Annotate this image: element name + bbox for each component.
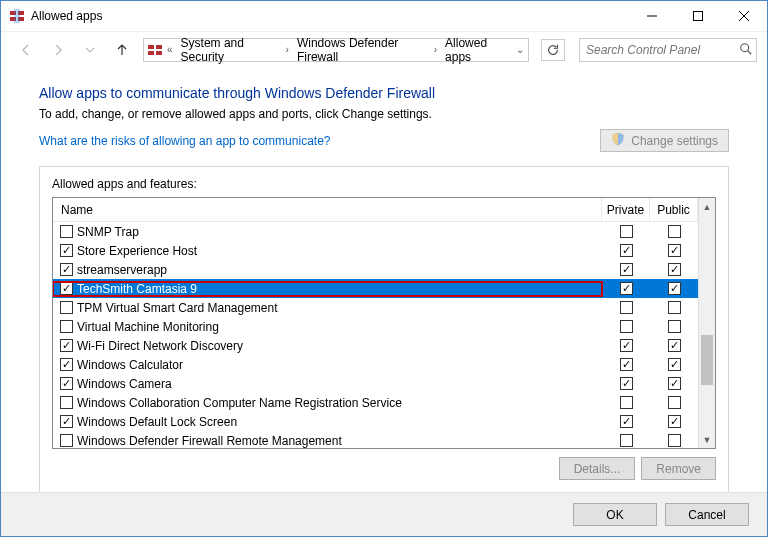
svg-point-1 [741,43,749,51]
up-button[interactable] [111,39,133,61]
table-row[interactable]: TechSmith Camtasia 9 [53,279,698,298]
table-row[interactable]: Windows Default Lock Screen [53,412,698,431]
chevron-down-icon[interactable]: ⌄ [514,44,526,55]
row-private-checkbox[interactable] [620,282,633,295]
remove-button[interactable]: Remove [641,457,716,480]
table-row[interactable]: Store Experience Host [53,241,698,260]
firewall-icon [9,8,25,24]
row-public-checkbox[interactable] [668,282,681,295]
table-row[interactable]: Windows Collaboration Computer Name Regi… [53,393,698,412]
row-public-checkbox[interactable] [668,434,681,447]
row-label: TPM Virtual Smart Card Management [77,301,278,315]
row-public-checkbox[interactable] [668,396,681,409]
table-row[interactable]: SNMP Trap [53,222,698,241]
row-public-checkbox[interactable] [668,301,681,314]
navbar: « System and Security › Windows Defender… [1,31,767,67]
maximize-button[interactable] [675,1,721,31]
change-settings-label: Change settings [631,134,718,148]
row-public-checkbox[interactable] [668,358,681,371]
breadcrumb[interactable]: « System and Security › Windows Defender… [143,38,529,62]
window: Allowed apps « System and Security › Win… [0,0,768,537]
cancel-button[interactable]: Cancel [665,503,749,526]
row-private-checkbox[interactable] [620,263,633,276]
back-button[interactable] [15,39,37,61]
scroll-track[interactable] [699,215,715,431]
row-private-checkbox[interactable] [620,301,633,314]
row-private-checkbox[interactable] [620,396,633,409]
row-public-checkbox[interactable] [668,244,681,257]
table-row[interactable]: Windows Camera [53,374,698,393]
forward-button[interactable] [47,39,69,61]
column-private[interactable]: Private [602,198,650,221]
minimize-button[interactable] [629,1,675,31]
search-box[interactable] [579,38,757,62]
crumb-allowed-apps[interactable]: Allowed apps [439,39,514,61]
risk-link[interactable]: What are the risks of allowing an app to… [39,134,330,148]
firewall-icon [147,42,163,58]
table-row[interactable]: Windows Defender Firewall Remote Managem… [53,431,698,448]
table-row[interactable]: TPM Virtual Smart Card Management [53,298,698,317]
table-row[interactable]: Wi-Fi Direct Network Discovery [53,336,698,355]
row-label: Windows Camera [77,377,172,391]
row-private-checkbox[interactable] [620,377,633,390]
row-public-checkbox[interactable] [668,320,681,333]
row-private-checkbox[interactable] [620,339,633,352]
row-name-checkbox[interactable] [60,358,73,371]
row-name-checkbox[interactable] [60,415,73,428]
row-name-checkbox[interactable] [60,320,73,333]
search-icon[interactable] [739,42,753,58]
row-public-checkbox[interactable] [668,263,681,276]
change-settings-button[interactable]: Change settings [600,129,729,152]
row-label: Windows Collaboration Computer Name Regi… [77,396,402,410]
row-label: Virtual Machine Monitoring [77,320,219,334]
table-row[interactable]: Virtual Machine Monitoring [53,317,698,336]
chevron-right-icon: › [284,44,291,55]
scroll-up-button[interactable]: ▲ [699,198,715,215]
row-public-checkbox[interactable] [668,225,681,238]
window-title: Allowed apps [31,9,102,23]
row-public-checkbox[interactable] [668,415,681,428]
svg-rect-0 [694,12,703,21]
row-private-checkbox[interactable] [620,415,633,428]
dialog-footer: OK Cancel [1,492,767,536]
table-row[interactable]: Windows Calculator [53,355,698,374]
row-name-checkbox[interactable] [60,282,73,295]
row-name-checkbox[interactable] [60,225,73,238]
row-private-checkbox[interactable] [620,434,633,447]
row-name-checkbox[interactable] [60,301,73,314]
row-name-checkbox[interactable] [60,244,73,257]
crumb-system-security[interactable]: System and Security [175,39,284,61]
column-public[interactable]: Public [650,198,698,221]
row-public-checkbox[interactable] [668,377,681,390]
row-label: Windows Calculator [77,358,183,372]
row-private-checkbox[interactable] [620,320,633,333]
scroll-down-button[interactable]: ▼ [699,431,715,448]
row-label: streamserverapp [77,263,167,277]
crumb-firewall[interactable]: Windows Defender Firewall [291,39,432,61]
close-button[interactable] [721,1,767,31]
row-label: Store Experience Host [77,244,197,258]
list-header: Name Private Public [53,198,698,222]
titlebar: Allowed apps [1,1,767,31]
scrollbar[interactable]: ▲ ▼ [698,198,715,448]
row-name-checkbox[interactable] [60,263,73,276]
ok-button[interactable]: OK [573,503,657,526]
details-button[interactable]: Details... [559,457,636,480]
row-private-checkbox[interactable] [620,244,633,257]
row-private-checkbox[interactable] [620,358,633,371]
row-name-checkbox[interactable] [60,377,73,390]
row-name-checkbox[interactable] [60,396,73,409]
row-name-checkbox[interactable] [60,339,73,352]
search-input[interactable] [584,42,739,58]
refresh-button[interactable] [541,39,565,61]
scroll-thumb[interactable] [701,335,713,385]
chevron-left-icon[interactable]: « [165,44,175,55]
column-name[interactable]: Name [53,198,602,221]
app-list: Name Private Public SNMP TrapStore Exper… [52,197,716,449]
chevron-right-icon: › [432,44,439,55]
row-private-checkbox[interactable] [620,225,633,238]
table-row[interactable]: streamserverapp [53,260,698,279]
row-public-checkbox[interactable] [668,339,681,352]
row-name-checkbox[interactable] [60,434,73,447]
recent-dropdown[interactable] [79,39,101,61]
